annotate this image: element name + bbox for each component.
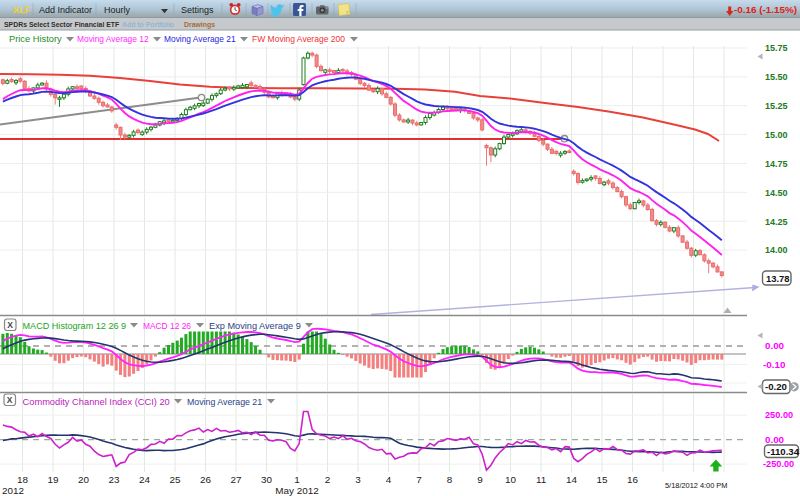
svg-text:9: 9 (477, 474, 483, 485)
svg-text:0.00: 0.00 (765, 340, 785, 351)
svg-text:25: 25 (170, 474, 181, 485)
svg-text:15.00: 15.00 (765, 130, 788, 140)
svg-text:Price History: Price History (9, 34, 62, 44)
svg-text:SPDRs Select Sector Financial: SPDRs Select Sector Financial ETF (4, 21, 119, 28)
svg-text:250.00: 250.00 (765, 410, 793, 420)
svg-text:Moving Average 12: Moving Average 12 (77, 34, 149, 44)
svg-text:27: 27 (231, 474, 242, 485)
svg-text:Moving Average 21: Moving Average 21 (187, 397, 262, 407)
svg-text:14.00: 14.00 (765, 245, 788, 255)
svg-text:19: 19 (48, 474, 59, 485)
svg-text:2: 2 (325, 474, 331, 485)
svg-text:15.25: 15.25 (765, 101, 788, 111)
svg-text:XLF: XLF (13, 5, 31, 15)
svg-text:X: X (7, 320, 13, 330)
svg-text:11: 11 (536, 474, 547, 485)
svg-text:16: 16 (627, 474, 638, 485)
svg-text:Add to Portfolio: Add to Portfolio (122, 21, 174, 28)
svg-text:4: 4 (386, 474, 392, 485)
svg-text:14.25: 14.25 (765, 217, 788, 227)
svg-text:20: 20 (78, 474, 89, 485)
svg-text:X: X (7, 395, 13, 405)
svg-text:14.50: 14.50 (765, 188, 788, 198)
svg-text:10: 10 (505, 474, 516, 485)
svg-text:May 2012: May 2012 (275, 485, 318, 496)
svg-text:-0.10: -0.10 (763, 359, 786, 370)
svg-text:30: 30 (261, 474, 272, 485)
svg-text:18: 18 (17, 474, 28, 485)
svg-text:Exp Moving Average 9: Exp Moving Average 9 (209, 321, 301, 331)
svg-text:15.75: 15.75 (765, 43, 788, 53)
svg-text:15.50: 15.50 (765, 72, 788, 82)
svg-text:14.75: 14.75 (765, 159, 788, 169)
svg-text:Settings: Settings (181, 5, 214, 15)
svg-text:3: 3 (355, 474, 361, 485)
svg-text:1: 1 (294, 474, 300, 485)
svg-text:Moving Average 21: Moving Average 21 (164, 34, 236, 44)
svg-text:2012: 2012 (2, 485, 24, 496)
svg-text:Commodity Channel Index (CCI): Commodity Channel Index (CCI) 20 (23, 397, 170, 407)
svg-text:Drawings: Drawings (184, 21, 215, 29)
svg-text:0.00: 0.00 (765, 434, 785, 445)
svg-text:14: 14 (566, 474, 577, 485)
svg-text:MACD Histogram 12 26 9: MACD Histogram 12 26 9 (23, 321, 127, 331)
svg-text:24: 24 (139, 474, 150, 485)
svg-text:26: 26 (200, 474, 211, 485)
svg-text:8: 8 (447, 474, 453, 485)
svg-text:15: 15 (597, 474, 608, 485)
svg-text:MACD 12 26: MACD 12 26 (143, 321, 191, 331)
svg-text:FW Moving Average 200: FW Moving Average 200 (252, 34, 345, 44)
svg-text:-250.00: -250.00 (763, 459, 794, 469)
svg-text:5/18/2012 4:00 PM: 5/18/2012 4:00 PM (665, 481, 727, 490)
svg-text:Add Indicator: Add Indicator (39, 5, 92, 15)
svg-text:23: 23 (109, 474, 120, 485)
svg-text:Hourly: Hourly (104, 5, 131, 15)
svg-text:13.78: 13.78 (766, 273, 789, 284)
svg-text:-0.16 (-1.15%): -0.16 (-1.15%) (734, 4, 797, 15)
svg-text:-0.20: -0.20 (765, 381, 787, 392)
svg-text:7: 7 (416, 474, 422, 485)
svg-text:-110.34: -110.34 (767, 446, 800, 457)
